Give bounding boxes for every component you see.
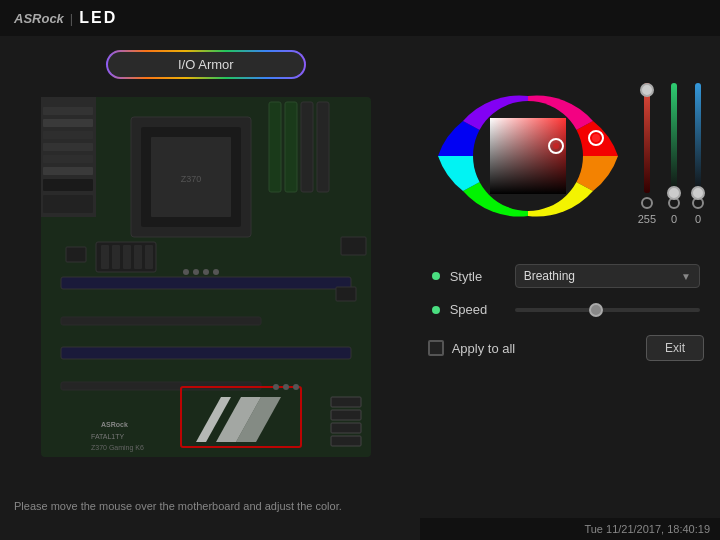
svg-text:ASRock: ASRock [101, 421, 128, 428]
svg-rect-31 [101, 245, 109, 269]
bottom-row: Apply to all Exit [428, 335, 704, 361]
zone-selector-button[interactable]: I/O Armor [108, 52, 304, 77]
status-bar: Tue 11/21/2017, 18:40:19 [420, 518, 720, 540]
svg-rect-9 [43, 179, 93, 191]
motherboard-area: Z370 ASRock FATAL [21, 87, 391, 467]
svg-point-43 [183, 269, 189, 275]
red-circle-indicator [641, 197, 653, 209]
hint-text: Please move the mouse over the motherboa… [14, 500, 342, 512]
svg-rect-40 [331, 410, 361, 420]
svg-rect-42 [331, 436, 361, 446]
color-controls-row: 255 0 [428, 46, 704, 256]
svg-rect-19 [61, 277, 351, 289]
svg-rect-10 [43, 195, 93, 213]
svg-rect-52 [490, 118, 566, 194]
apply-checkbox[interactable] [428, 340, 444, 356]
apply-label: Apply to all [452, 341, 516, 356]
red-slider-col: 255 [638, 83, 656, 225]
svg-point-48 [283, 384, 289, 390]
red-slider-track[interactable] [644, 83, 650, 193]
zone-selector-gradient: I/O Armor [106, 50, 306, 79]
green-slider-col: 0 [668, 83, 680, 225]
controls-area: Stytle Breathing ▼ Speed [428, 264, 704, 331]
svg-text:Z370 Gaming K6: Z370 Gaming K6 [91, 444, 144, 452]
svg-rect-16 [285, 102, 297, 192]
svg-rect-3 [43, 107, 93, 115]
svg-rect-39 [331, 397, 361, 407]
blue-value: 0 [695, 213, 701, 225]
speed-label: Speed [450, 302, 505, 317]
svg-rect-33 [123, 245, 131, 269]
style-dot [432, 272, 440, 280]
svg-rect-7 [43, 155, 93, 163]
header: ASRock | LED [0, 0, 720, 36]
blue-slider-track[interactable] [695, 83, 701, 193]
svg-rect-41 [331, 423, 361, 433]
blue-slider-col: 0 [692, 83, 704, 225]
svg-point-54 [592, 134, 600, 142]
red-knob[interactable] [640, 83, 654, 97]
exit-button[interactable]: Exit [646, 335, 704, 361]
svg-point-45 [203, 269, 209, 275]
svg-point-56 [553, 143, 559, 149]
svg-rect-36 [66, 247, 86, 262]
style-dropdown-value: Breathing [524, 269, 575, 283]
svg-rect-35 [145, 245, 153, 269]
speed-slider-container [515, 308, 700, 312]
speed-track[interactable] [515, 308, 700, 312]
datetime: Tue 11/21/2017, 18:40:19 [584, 523, 710, 535]
dropdown-arrow-icon: ▼ [681, 271, 691, 282]
right-panel: 255 0 [412, 36, 720, 540]
svg-rect-5 [43, 131, 93, 139]
app-name: LED [79, 9, 117, 27]
speed-thumb[interactable] [589, 303, 603, 317]
svg-rect-34 [134, 245, 142, 269]
svg-rect-17 [301, 102, 313, 192]
style-dropdown[interactable]: Breathing ▼ [515, 264, 700, 288]
color-wheel-container[interactable] [428, 56, 628, 256]
rgb-sliders-area: 255 0 [638, 83, 704, 225]
style-row: Stytle Breathing ▼ [432, 264, 700, 288]
separator: | [70, 11, 73, 26]
svg-rect-18 [317, 102, 329, 192]
svg-rect-20 [61, 317, 261, 325]
svg-rect-15 [269, 102, 281, 192]
brand-name: ASRock [14, 11, 64, 26]
svg-point-46 [213, 269, 219, 275]
motherboard-svg: Z370 ASRock FATAL [21, 87, 391, 467]
green-knob[interactable] [667, 186, 681, 200]
apply-checkbox-area: Apply to all [428, 340, 638, 356]
svg-rect-8 [43, 167, 93, 175]
color-wheel-svg[interactable] [428, 56, 628, 256]
blue-knob[interactable] [691, 186, 705, 200]
svg-text:Z370: Z370 [181, 174, 202, 184]
green-slider-track[interactable] [671, 83, 677, 193]
svg-rect-38 [336, 287, 356, 301]
svg-point-47 [273, 384, 279, 390]
logo-area: ASRock | LED [14, 9, 117, 27]
svg-point-49 [293, 384, 299, 390]
speed-row: Speed [432, 302, 700, 317]
svg-rect-32 [112, 245, 120, 269]
svg-rect-4 [43, 119, 93, 127]
svg-rect-37 [341, 237, 366, 255]
green-value: 0 [671, 213, 677, 225]
red-value: 255 [638, 213, 656, 225]
svg-rect-6 [43, 143, 93, 151]
left-panel: I/O Armor [0, 36, 412, 540]
svg-rect-21 [61, 347, 351, 359]
svg-text:FATAL1TY: FATAL1TY [91, 433, 125, 440]
red-fill [644, 83, 650, 193]
style-label: Stytle [450, 269, 505, 284]
main-content: I/O Armor [0, 36, 720, 540]
svg-point-44 [193, 269, 199, 275]
speed-dot [432, 306, 440, 314]
